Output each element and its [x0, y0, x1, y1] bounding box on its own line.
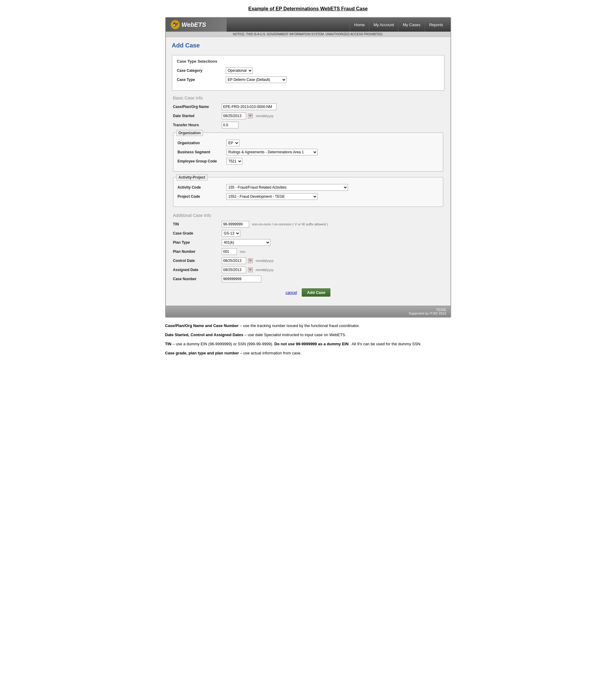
- case-plan-org-label: Case/Plan/Org Name: [173, 105, 222, 109]
- organization-subsection: Organization Organization EP Business Se…: [173, 133, 443, 172]
- employee-group-label: Employee Group Code: [178, 159, 226, 163]
- control-date-hint: mm/dd/yyyy: [256, 259, 274, 263]
- date-started-label: Date Started: [173, 114, 222, 118]
- plan-type-control: 401(k): [222, 239, 271, 246]
- case-grade-row: Case Grade GS-13: [173, 230, 443, 237]
- project-code-control: 1552 - Fraud Development - TEGE: [226, 193, 317, 200]
- tin-row: TIN nnn-nn-nnnn / nn-nnnnnnn ( V or W su…: [173, 221, 443, 227]
- activity-code-row: Activity Code 155 - Fraud/Fraud Related …: [178, 184, 439, 191]
- below-para-1: Case/Plan/Org Name and Case Number – use…: [165, 323, 451, 329]
- case-type-control: EP Determ Case (Default): [226, 76, 287, 83]
- assigned-date-row: Assigned Date 📅 mm/dd/yyyy: [173, 266, 443, 273]
- footer-buttons: cancel Add Case: [172, 288, 444, 300]
- nav-area: Home My Account My Cases Reports: [350, 18, 450, 32]
- case-plan-org-row: Case/Plan/Org Name: [173, 103, 443, 110]
- activity-code-control: 155 - Fraud/Fraud Related Activities: [226, 184, 348, 191]
- control-date-row: Control Date 📅 mm/dd/yyyy: [173, 258, 443, 264]
- plan-type-label: Plan Type: [173, 240, 222, 245]
- below-para-4-normal: – use actual information from case.: [240, 351, 301, 355]
- calendar-icon[interactable]: 📅: [248, 113, 253, 118]
- plan-number-hint: nnn: [240, 250, 246, 253]
- employee-group-row: Employee Group Code 7521: [178, 158, 439, 165]
- transfer-hours-label: Transfer Hours: [173, 123, 222, 127]
- case-grade-label: Case Grade: [173, 231, 222, 236]
- org-select[interactable]: EP: [226, 140, 239, 146]
- control-date-input[interactable]: [222, 258, 246, 264]
- case-number-input[interactable]: [222, 276, 261, 282]
- case-plan-org-input[interactable]: [222, 103, 277, 110]
- below-para-3-bold: TIN: [165, 342, 172, 346]
- notice-bar: NOTICE: THIS IS A U.S. GOVERNMENT INFORM…: [166, 32, 451, 37]
- page-title: Example of EP Determinations WebETS Frau…: [165, 6, 451, 12]
- tin-hint: nnn-nn-nnnn / nn-nnnnnnn ( V or W suffix…: [252, 222, 328, 226]
- assigned-date-label: Assigned Date: [173, 268, 222, 272]
- case-plan-org-control: [222, 103, 277, 110]
- footer-line2: Supported by IT:AD 2013: [170, 312, 446, 315]
- below-para-3-normal2: . All 9's can be used for the dummy SSN.: [350, 342, 421, 346]
- case-type-select[interactable]: EP Determ Case (Default): [226, 76, 287, 83]
- transfer-hours-control: [222, 122, 239, 128]
- control-date-label: Control Date: [173, 259, 222, 263]
- below-para-2-normal: – use date Specialist instructed to inpu…: [244, 333, 346, 337]
- case-type-row: Case Type EP Determ Case (Default): [177, 76, 439, 83]
- plan-type-row: Plan Type 401(k): [173, 239, 443, 246]
- assigned-date-input[interactable]: [222, 266, 246, 273]
- activity-project-content: Activity Code 155 - Fraud/Fraud Related …: [178, 184, 439, 200]
- control-date-cal-icon[interactable]: 📅: [248, 258, 253, 263]
- case-category-select[interactable]: Operational: [226, 67, 253, 74]
- org-control: EP: [226, 140, 239, 146]
- cancel-button[interactable]: cancel: [286, 290, 297, 295]
- below-para-3: TIN – use a dummy EIN (96-9999999) or SS…: [165, 341, 451, 347]
- logo-icon: 🦅: [171, 20, 180, 29]
- below-para-4: Case grade, plan type and plan number – …: [165, 350, 451, 357]
- case-number-label: Case Number: [173, 277, 222, 281]
- plan-number-control: nnn: [222, 248, 246, 255]
- nav-home[interactable]: Home: [350, 18, 369, 32]
- case-category-label: Case Category: [177, 68, 226, 73]
- plan-number-label: Plan Number: [173, 249, 222, 254]
- plan-number-row: Plan Number nnn: [173, 248, 443, 255]
- case-grade-control: GS-13: [222, 230, 240, 237]
- plan-type-select[interactable]: 401(k): [222, 239, 271, 246]
- activity-project-subsection: Activity-Project Activity Code 155 - Fra…: [173, 177, 443, 207]
- below-para-3-bold2: Do not use 99-9999999 as a dummy EIN: [274, 342, 349, 346]
- nav-reports[interactable]: Reports: [425, 18, 448, 32]
- logo-text: WebETS: [181, 21, 206, 28]
- tin-label: TIN: [173, 222, 222, 226]
- organization-subsection-title: Organization: [176, 130, 203, 136]
- control-date-control: 📅 mm/dd/yyyy: [222, 258, 274, 264]
- transfer-hours-input[interactable]: [222, 122, 239, 128]
- case-number-row: Case Number: [173, 276, 443, 282]
- case-type-section: Case Type Selections Case Category Opera…: [172, 55, 444, 91]
- case-type-label: Case Type: [177, 78, 226, 82]
- business-segment-select[interactable]: Rulings & Agreements - Determinations Ar…: [226, 149, 317, 155]
- business-segment-label: Business Segment: [178, 150, 226, 154]
- date-started-row: Date Started 📅 mm/dd/yyyy: [173, 113, 443, 119]
- additional-case-title: Additional Case Info: [173, 213, 443, 218]
- case-grade-select[interactable]: GS-13: [222, 230, 240, 237]
- main-content: Add Case Case Type Selections Case Categ…: [166, 37, 451, 306]
- assigned-date-hint: mm/dd/yyyy: [256, 268, 274, 272]
- assigned-date-cal-icon[interactable]: 📅: [248, 267, 253, 272]
- below-para-1-bold: Case/Plan/Org Name and Case Number: [165, 323, 239, 328]
- tin-control: nnn-nn-nnnn / nn-nnnnnnn ( V or W suffix…: [222, 221, 328, 227]
- below-para-1-normal: – use the tracking number issued by the …: [240, 323, 360, 328]
- case-category-row: Case Category Operational: [177, 67, 439, 74]
- nav-my-cases[interactable]: My Cases: [398, 18, 425, 32]
- browser-window: 🦅 WebETS Home My Account My Cases Report…: [165, 17, 451, 317]
- organization-content: Organization EP Business Segment Rulings…: [178, 140, 439, 165]
- basic-case-section: Basic Case Info Case/Plan/Org Name Date …: [172, 96, 444, 207]
- nav-my-account[interactable]: My Account: [369, 18, 398, 32]
- add-case-button[interactable]: Add Case: [302, 288, 330, 297]
- date-started-input[interactable]: [222, 113, 246, 119]
- employee-group-select[interactable]: 7521: [226, 158, 242, 165]
- business-segment-row: Business Segment Rulings & Agreements - …: [178, 149, 439, 155]
- activity-code-select[interactable]: 155 - Fraud/Fraud Related Activities: [226, 184, 348, 191]
- plan-number-input[interactable]: [222, 248, 237, 255]
- browser-header: 🦅 WebETS Home My Account My Cases Report…: [166, 18, 451, 32]
- tin-input[interactable]: [222, 221, 249, 227]
- below-para-3-normal: – use a dummy EIN (96-9999999) or SSN (9…: [173, 342, 274, 346]
- business-segment-control: Rulings & Agreements - Determinations Ar…: [226, 149, 317, 155]
- project-code-select[interactable]: 1552 - Fraud Development - TEGE: [226, 193, 317, 200]
- assigned-date-control: 📅 mm/dd/yyyy: [222, 266, 274, 273]
